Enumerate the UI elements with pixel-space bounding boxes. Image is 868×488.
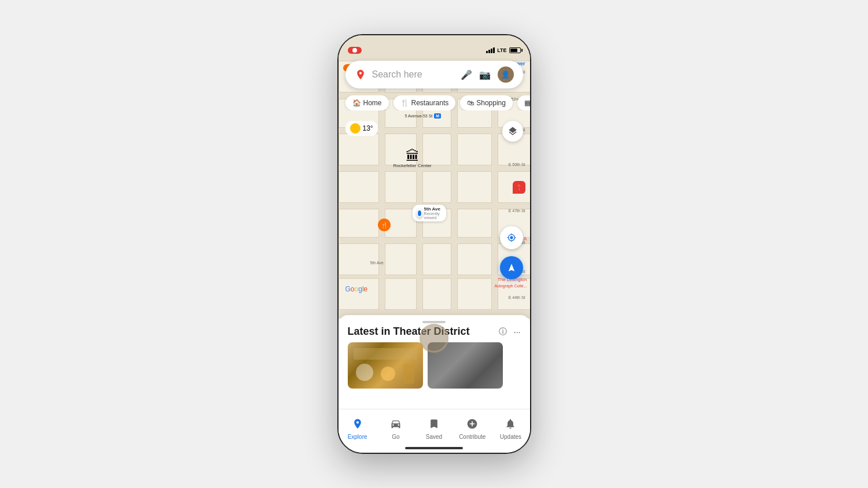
status-right: LTE bbox=[486, 47, 520, 53]
contribute-icon bbox=[466, 418, 478, 432]
camera-icon[interactable]: 📷 bbox=[479, 69, 491, 80]
category-restaurants-label: Restaurants bbox=[411, 99, 449, 107]
sun-icon bbox=[350, 123, 361, 134]
weather-widget: 13° bbox=[345, 121, 378, 136]
category-home[interactable]: 🏠 Home bbox=[345, 95, 389, 110]
info-button[interactable]: ⓘ bbox=[499, 327, 507, 337]
navigate-button[interactable] bbox=[500, 256, 523, 279]
metro-station: 5 Avenue-53 St M bbox=[405, 113, 442, 119]
microphone-icon[interactable]: 🎤 bbox=[461, 69, 472, 80]
panel-title: Latest in Theater District bbox=[348, 326, 470, 338]
updates-icon bbox=[505, 418, 516, 432]
bottom-nav: Explore Go Saved bbox=[339, 409, 530, 453]
photo-card-1[interactable] bbox=[348, 342, 423, 389]
category-restaurants[interactable]: 🍴 Restaurants bbox=[393, 95, 456, 110]
bottom-panel: Latest in Theater District ⓘ ··· bbox=[339, 315, 530, 453]
saved-icon bbox=[428, 418, 440, 432]
home-icon: 🏠 bbox=[352, 99, 361, 107]
location-button[interactable] bbox=[500, 226, 523, 249]
contribute-label: Contribute bbox=[459, 434, 486, 440]
layers-button[interactable] bbox=[502, 121, 523, 142]
battery-icon bbox=[509, 47, 521, 53]
street-label-50: E 50th St bbox=[509, 162, 525, 167]
battery-fill bbox=[510, 49, 518, 52]
search-bar[interactable]: Search here 🎤 📷 👤 bbox=[345, 61, 523, 88]
street-label-47: E 47th St bbox=[509, 209, 525, 213]
nav-updates[interactable]: Updates bbox=[491, 418, 529, 440]
signal-bar-2 bbox=[488, 50, 490, 53]
signal-bar-1 bbox=[486, 51, 488, 53]
street-label-5ave: 5th Ave bbox=[370, 261, 384, 265]
category-home-label: Home bbox=[363, 99, 382, 107]
network-label: LTE bbox=[497, 47, 506, 53]
more-options-button[interactable]: ··· bbox=[514, 327, 521, 337]
handle-bar bbox=[422, 321, 446, 323]
autograph-label: Autograph Colle... bbox=[494, 284, 527, 288]
nav-go[interactable]: Go bbox=[377, 418, 415, 440]
signal-bar-3 bbox=[491, 49, 492, 53]
more-icon: ▦ bbox=[524, 99, 530, 107]
google-maps-logo bbox=[355, 69, 366, 80]
status-bar: LTE bbox=[339, 35, 530, 61]
street-label-44: E 44th St bbox=[509, 295, 525, 300]
status-left bbox=[348, 47, 362, 54]
google-logo: Google bbox=[345, 285, 368, 293]
signal-bar-4 bbox=[493, 47, 495, 53]
search-icons: 🎤 📷 👤 bbox=[461, 66, 514, 83]
search-placeholder: Search here bbox=[372, 69, 455, 80]
category-shopping[interactable]: 🛍 Shopping bbox=[460, 95, 513, 110]
panel-actions: ⓘ ··· bbox=[499, 327, 521, 337]
saved-label: Saved bbox=[426, 434, 442, 440]
photo-strip bbox=[339, 342, 530, 389]
recording-indicator bbox=[348, 47, 362, 54]
signal-bars bbox=[486, 47, 495, 53]
avatar[interactable]: 👤 bbox=[498, 66, 514, 83]
go-icon bbox=[390, 418, 402, 432]
home-indicator bbox=[405, 447, 463, 449]
updates-label: Updates bbox=[500, 434, 521, 440]
restaurant-pin-orange[interactable]: 🍴 bbox=[378, 219, 391, 231]
nav-contribute[interactable]: Contribute bbox=[453, 418, 491, 440]
category-more[interactable]: ▦ bbox=[517, 95, 530, 110]
phone-frame: W 55th St E 52nd St E 51st St E 50th St … bbox=[337, 34, 531, 454]
nav-saved[interactable]: Saved bbox=[415, 418, 453, 440]
explore-icon bbox=[352, 418, 363, 432]
recording-dot bbox=[352, 48, 357, 53]
category-bar: 🏠 Home 🍴 Restaurants 🛍 Shopping ▦ bbox=[339, 95, 530, 110]
waldorf-pin[interactable]: 📍 bbox=[513, 181, 525, 194]
nav-explore[interactable]: Explore bbox=[339, 418, 377, 440]
category-shopping-label: Shopping bbox=[476, 99, 506, 107]
explore-label: Explore bbox=[348, 434, 367, 440]
shopping-icon: 🛍 bbox=[467, 99, 474, 107]
go-label: Go bbox=[392, 434, 399, 440]
restaurants-icon: 🍴 bbox=[400, 99, 409, 107]
photo-card-2[interactable] bbox=[428, 342, 503, 389]
temperature: 13° bbox=[363, 124, 373, 132]
rockefeller-center: 🏛 Rockefeller Center bbox=[393, 148, 432, 168]
